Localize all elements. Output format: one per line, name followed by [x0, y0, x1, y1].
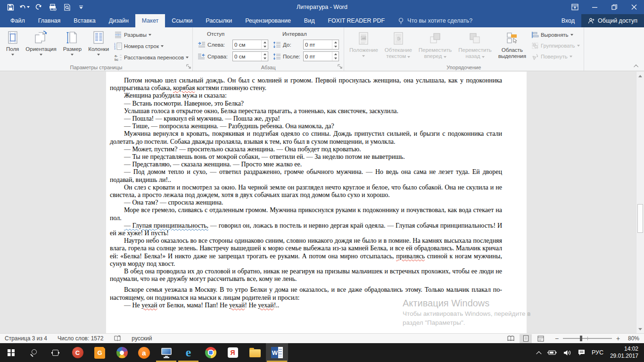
start-button[interactable]	[0, 343, 22, 362]
svg-text:3: 3	[114, 47, 116, 50]
minimize-button[interactable]	[585, 0, 604, 14]
tab-Ссылки[interactable]: Ссылки	[165, 14, 199, 27]
spacing-after-down[interactable]	[332, 57, 339, 61]
share-person-icon	[588, 17, 594, 24]
spacing-before-input[interactable]	[304, 40, 332, 49]
zoom-thumb[interactable]	[580, 336, 582, 341]
battery-icon[interactable]	[547, 350, 557, 355]
orientation-button[interactable]: Ориентация	[22, 28, 59, 64]
file-explorer-icon[interactable]	[244, 343, 266, 362]
zoom-level[interactable]: 80%	[623, 335, 639, 342]
action-center-icon[interactable]	[578, 349, 585, 356]
collapse-ribbon-button[interactable]	[633, 63, 640, 69]
pdf-app-icon[interactable]: G	[89, 343, 111, 362]
line-numbers-button[interactable]: 123 Номера строк	[114, 41, 189, 51]
redo-button[interactable]	[32, 1, 45, 13]
tab-Дизайн[interactable]: Дизайн	[102, 14, 135, 27]
read-mode-button[interactable]	[504, 334, 517, 343]
align-button[interactable]: Выровнять	[531, 30, 580, 40]
indent-left-input[interactable]	[233, 40, 261, 49]
zoom-in-button[interactable]: +	[616, 335, 620, 342]
tray-time: 14:02	[610, 346, 638, 353]
ccleaner-icon[interactable]: C	[66, 343, 89, 362]
document-paragraph: Мужчина вернулся в кровать, покрякивая и…	[110, 130, 502, 145]
document-paragraph: — Может, пустим? — просительно сказала ж…	[110, 146, 502, 153]
scroll-up-icon	[638, 75, 642, 77]
word-count[interactable]: Число слов: 1572	[58, 335, 103, 342]
rotate-button: Повернуть	[531, 52, 580, 61]
language-tray-button[interactable]: РУС	[592, 349, 603, 356]
indent-right-up[interactable]	[262, 52, 268, 57]
page-indicator[interactable]: Страница 3 из 4	[5, 335, 47, 342]
indent-right-down[interactable]	[262, 57, 268, 61]
search-button[interactable]	[22, 343, 44, 362]
zoom-slider[interactable]: − +	[554, 335, 620, 342]
picasa-icon[interactable]	[111, 343, 133, 362]
hyphenation-button[interactable]: a-bc Расстановка переносов	[114, 52, 189, 63]
document-page[interactable]: Потом ночью шел сильный дождь. Он был с …	[106, 72, 527, 333]
columns-button[interactable]: Колонки	[85, 28, 112, 64]
vertical-scrollbar[interactable]	[636, 72, 644, 333]
proofing-icon[interactable]	[114, 335, 121, 342]
spacing-after-input[interactable]	[304, 52, 332, 61]
quick-print-button[interactable]	[46, 1, 59, 13]
spacing-after-spinbox	[303, 51, 339, 61]
ribbon-tabs: ФайлГлавнаяВставкаДизайнМакетСсылкиРассы…	[0, 14, 391, 27]
tab-Вставка[interactable]: Вставка	[67, 14, 102, 27]
ribbon-display-options-button[interactable]	[565, 0, 585, 14]
undo-dropdown-caret[interactable]	[27, 6, 30, 8]
scroll-up-button[interactable]	[637, 72, 644, 80]
scroll-down-button[interactable]	[637, 325, 644, 333]
share-button[interactable]: Общий доступ	[581, 14, 644, 27]
tab-FOXIT READER PDF[interactable]: FOXIT READER PDF	[321, 14, 391, 27]
margins-button[interactable]: Поля	[3, 28, 22, 64]
word-taskbar-icon[interactable]: W	[266, 343, 288, 362]
tell-me-box[interactable]: Что вы хотите сделать?	[391, 14, 479, 27]
save-button[interactable]	[4, 1, 17, 13]
tab-Рецензирование[interactable]: Рецензирование	[239, 14, 297, 27]
customize-qat-button[interactable]	[74, 1, 88, 13]
internet-explorer-icon[interactable]: e	[177, 343, 199, 362]
indent-left-down[interactable]	[262, 45, 268, 49]
indent-left-up[interactable]	[262, 40, 268, 45]
spacing-before-down[interactable]	[332, 45, 339, 49]
position-icon	[358, 32, 369, 45]
indent-right-input[interactable]	[233, 52, 261, 61]
spacing-after-up[interactable]	[332, 52, 339, 57]
remote-desktop-icon[interactable]	[155, 343, 177, 362]
undo-button[interactable]	[18, 1, 31, 13]
paragraph-dialog-launcher[interactable]	[338, 64, 342, 70]
tab-Главная[interactable]: Главная	[32, 14, 67, 27]
tab-Макет[interactable]: Макет	[135, 14, 165, 27]
zoom-out-button[interactable]: −	[554, 335, 559, 342]
tell-me-label: Что вы хотите сделать?	[407, 17, 472, 24]
avast-icon-glyph: a	[138, 347, 150, 359]
print-preview-button[interactable]	[60, 1, 74, 13]
tab-Вид[interactable]: Вид	[297, 14, 322, 27]
task-view-button[interactable]	[44, 343, 66, 362]
tab-Рассылки[interactable]: Рассылки	[199, 14, 239, 27]
yandex-browser-icon[interactable]: Я	[222, 343, 244, 362]
scrollbar-thumb[interactable]	[637, 204, 643, 233]
web-layout-button[interactable]	[535, 334, 547, 343]
clock[interactable]: 14:02 29.01.2017	[610, 346, 638, 360]
sign-in-button[interactable]: Вход	[555, 14, 581, 27]
spacing-before-up[interactable]	[332, 40, 339, 45]
speaker-icon[interactable]	[563, 350, 571, 356]
size-button[interactable]: Размер	[60, 28, 85, 64]
columns-icon	[92, 31, 105, 45]
selection-pane-button[interactable]: Область выделения	[495, 28, 529, 64]
tray-chevron-icon[interactable]	[536, 351, 541, 356]
breaks-button[interactable]: Разрывы	[114, 30, 189, 40]
page-setup-dialog-launcher[interactable]	[186, 64, 191, 70]
language-indicator[interactable]: русский	[132, 335, 152, 342]
restore-button[interactable]	[604, 0, 624, 14]
chrome-icon[interactable]	[199, 343, 222, 362]
avast-icon[interactable]: a	[133, 343, 155, 362]
print-layout-button[interactable]	[520, 334, 532, 343]
send-backward-button: Переместить назад	[455, 28, 495, 64]
tab-Файл[interactable]: Файл	[4, 14, 32, 27]
zoom-track[interactable]	[563, 338, 612, 339]
selection-pane-icon	[505, 32, 519, 45]
close-button[interactable]	[624, 0, 644, 14]
